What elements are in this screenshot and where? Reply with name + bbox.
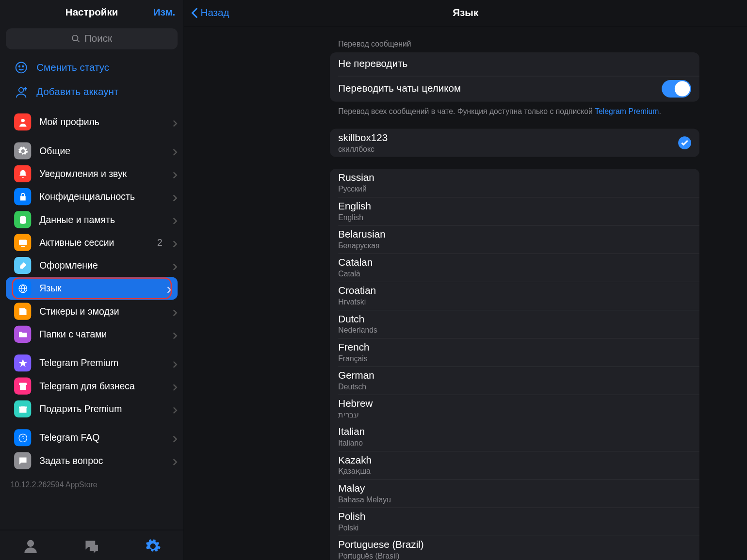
language-row[interactable]: CatalanCatalà xyxy=(330,254,699,282)
svg-point-14 xyxy=(22,459,23,460)
sidebar-item-stickers[interactable]: Стикеры и эмодзи xyxy=(0,300,183,322)
search-input[interactable]: Поиск xyxy=(6,28,178,49)
do-not-translate-row[interactable]: Не переводить xyxy=(330,52,699,76)
language-row[interactable]: Hebrewעברית xyxy=(330,395,699,423)
language-name: Belarusian xyxy=(338,229,385,240)
sidebar-item-label: Язык xyxy=(39,283,159,294)
chevron-left-icon xyxy=(191,8,198,18)
chevron-right-icon xyxy=(173,360,178,367)
chevron-right-icon xyxy=(173,457,178,464)
chevron-right-icon xyxy=(173,405,178,413)
language-row[interactable]: DutchNederlands xyxy=(330,310,699,338)
language-native: Polski xyxy=(338,523,358,532)
tab-chats[interactable] xyxy=(71,534,113,558)
language-row[interactable]: EnglishEnglish xyxy=(330,197,699,225)
database-icon xyxy=(14,211,31,228)
svg-point-0 xyxy=(16,63,27,73)
change-status-label: Сменить статус xyxy=(36,62,109,73)
sidebar-item-label: Папки с чатами xyxy=(39,329,164,339)
language-row[interactable]: BelarusianБеларуская xyxy=(330,225,699,254)
svg-point-16 xyxy=(27,540,34,546)
bell-icon xyxy=(14,165,31,182)
sidebar-item-profile[interactable]: Мой профиль xyxy=(0,111,183,133)
edit-button[interactable]: Изм. xyxy=(153,6,176,18)
sidebar-item-sessions[interactable]: Активные сессии 2 xyxy=(0,231,183,254)
language-row[interactable]: Portuguese (Brazil)Português (Brasil) xyxy=(330,536,699,560)
language-native: Deutsch xyxy=(338,382,366,391)
language-name: Hebrew xyxy=(338,398,373,410)
language-row[interactable]: ItalianItaliano xyxy=(330,423,699,451)
translate-whole-label: Переводить чаты целиком xyxy=(338,83,662,95)
chat-icon xyxy=(14,452,31,469)
search-placeholder: Поиск xyxy=(84,33,112,45)
language-native: Bahasa Melayu xyxy=(338,495,391,504)
language-row[interactable]: MalayBahasa Melayu xyxy=(330,479,699,507)
language-name: Italian xyxy=(338,426,365,438)
language-name: Catalan xyxy=(338,257,373,269)
sidebar-title: Настройки xyxy=(65,6,118,18)
sidebar-item-premium[interactable]: Telegram Premium xyxy=(0,352,183,374)
change-status-link[interactable]: Сменить статус xyxy=(0,55,183,80)
sidebar-item-language[interactable]: Язык xyxy=(6,277,178,300)
language-row[interactable]: KazakhҚазақша xyxy=(330,451,699,479)
chevron-right-icon xyxy=(173,170,178,177)
back-button[interactable]: Назад xyxy=(184,7,229,19)
language-row[interactable]: FrenchFrançais xyxy=(330,338,699,366)
language-name: German xyxy=(338,370,374,382)
sidebar-item-appearance[interactable]: Оформление xyxy=(0,254,183,277)
svg-rect-10 xyxy=(19,406,27,408)
sticker-icon xyxy=(14,303,31,320)
language-name: Dutch xyxy=(338,314,364,325)
language-native: Русский xyxy=(338,185,367,193)
back-label: Назад xyxy=(200,7,229,19)
sidebar-item-ask[interactable]: Задать вопрос xyxy=(0,449,183,472)
language-name: Kazakh xyxy=(338,455,372,466)
main-panel: Назад Язык Перевод сообщений Не переводи… xyxy=(184,0,747,560)
sidebar-item-gift[interactable]: Подарить Premium xyxy=(0,398,183,420)
sidebar-item-label: Активные сессии xyxy=(39,237,149,248)
svg-rect-6 xyxy=(19,240,27,245)
tab-settings[interactable] xyxy=(132,534,174,558)
language-name: Russian xyxy=(338,173,374,184)
language-native: Nederlands xyxy=(338,326,377,335)
language-row[interactable]: PolishPolski xyxy=(330,508,699,536)
translate-whole-toggle[interactable] xyxy=(662,80,691,97)
language-native: Беларуская xyxy=(338,241,379,250)
svg-point-15 xyxy=(24,459,25,460)
sidebar-item-notifications[interactable]: Уведомления и звук xyxy=(0,162,183,185)
sidebar-item-business[interactable]: Telegram для бизнеса xyxy=(0,374,183,397)
add-account-link[interactable]: Добавить аккаунт xyxy=(0,80,183,105)
translate-whole-chats-row[interactable]: Переводить чаты целиком xyxy=(330,76,699,101)
language-row[interactable]: RussianРусский xyxy=(330,169,699,197)
chevron-right-icon xyxy=(173,383,178,390)
custom-language-row[interactable]: skillbox123 скиллбокс xyxy=(330,129,699,157)
version-label: 10.12.2.262594 AppStore xyxy=(0,472,183,496)
gear-icon xyxy=(14,142,31,159)
sidebar-item-faq[interactable]: ? Telegram FAQ xyxy=(0,426,183,449)
sidebar-item-label: Стикеры и эмодзи xyxy=(39,306,164,317)
language-list: RussianРусскийEnglishEnglishBelarusianБе… xyxy=(330,169,699,560)
sidebar-item-general[interactable]: Общие xyxy=(0,139,183,162)
language-name: Portuguese (Brazil) xyxy=(338,539,423,551)
language-native: Català xyxy=(338,270,360,278)
sidebar-item-folders[interactable]: Папки с чатами xyxy=(0,323,183,346)
lock-icon xyxy=(14,188,31,205)
language-row[interactable]: GermanDeutsch xyxy=(330,367,699,395)
tab-contacts[interactable] xyxy=(10,534,51,558)
svg-point-1 xyxy=(19,66,20,67)
sidebar-item-label: Уведомления и звук xyxy=(39,168,164,179)
do-not-translate-label: Не переводить xyxy=(338,58,691,70)
translate-footer: Перевод всех сообщений в чате. Функция д… xyxy=(330,102,699,117)
sidebar-item-privacy[interactable]: Конфиденциальность xyxy=(0,185,183,208)
language-row[interactable]: CroatianHrvatski xyxy=(330,282,699,310)
language-native: Italiano xyxy=(338,439,363,448)
help-icon: ? xyxy=(14,429,31,446)
sidebar-header: Настройки Изм. xyxy=(0,0,183,25)
profile-icon xyxy=(14,113,31,130)
folder-icon xyxy=(14,326,31,343)
sidebar-item-data[interactable]: Данные и память xyxy=(0,208,183,231)
add-account-label: Добавить аккаунт xyxy=(36,86,118,98)
chevron-right-icon xyxy=(173,262,178,269)
svg-rect-7 xyxy=(21,246,24,247)
premium-link[interactable]: Telegram Premium xyxy=(595,107,659,116)
